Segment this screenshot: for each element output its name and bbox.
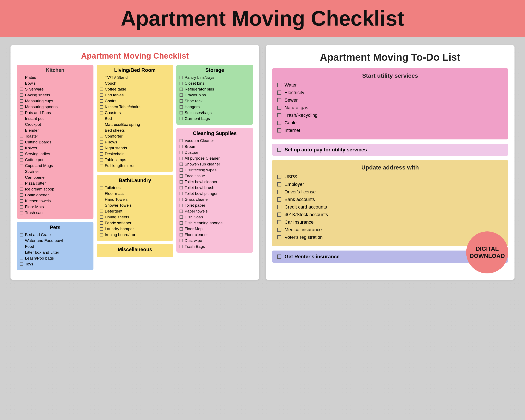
checkbox[interactable] — [179, 204, 183, 207]
checkbox[interactable] — [179, 76, 183, 79]
checkbox[interactable] — [100, 146, 103, 150]
checkbox[interactable] — [100, 210, 103, 213]
checkbox[interactable] — [20, 140, 23, 144]
checkbox[interactable] — [20, 193, 23, 197]
checkbox[interactable] — [277, 220, 281, 224]
checkbox[interactable] — [100, 123, 103, 126]
checkbox[interactable] — [179, 157, 183, 160]
checkbox[interactable] — [100, 93, 103, 97]
checkbox[interactable] — [100, 215, 103, 219]
checkbox[interactable] — [20, 93, 23, 97]
checkbox[interactable] — [20, 105, 23, 109]
checkbox[interactable] — [100, 129, 103, 132]
checkbox[interactable] — [277, 128, 281, 132]
checkbox[interactable] — [277, 205, 281, 209]
renters-checkbox[interactable] — [277, 254, 281, 259]
checkbox[interactable] — [179, 239, 183, 242]
checkbox[interactable] — [100, 204, 103, 207]
checkbox[interactable] — [20, 199, 23, 203]
checkbox[interactable] — [179, 210, 183, 213]
checkbox[interactable] — [100, 227, 103, 231]
checkbox[interactable] — [100, 164, 103, 167]
checkbox[interactable] — [277, 197, 281, 202]
checkbox[interactable] — [277, 113, 281, 117]
checkbox[interactable] — [277, 175, 281, 179]
checkbox[interactable] — [100, 233, 103, 236]
checkbox[interactable] — [20, 88, 23, 91]
checkbox[interactable] — [100, 158, 103, 161]
auto-pay-checkbox[interactable] — [277, 148, 281, 152]
checkbox[interactable] — [20, 233, 23, 236]
checkbox[interactable] — [277, 106, 281, 110]
checkbox[interactable] — [20, 257, 23, 260]
checkbox[interactable] — [277, 213, 281, 217]
checkbox[interactable] — [20, 99, 23, 103]
checkbox[interactable] — [20, 251, 23, 254]
checkbox[interactable] — [100, 76, 103, 79]
checkbox[interactable] — [20, 205, 23, 208]
checkbox[interactable] — [100, 117, 103, 120]
checkbox[interactable] — [20, 164, 23, 167]
checkbox[interactable] — [179, 163, 183, 166]
checkbox[interactable] — [20, 211, 23, 215]
checkbox[interactable] — [179, 215, 183, 219]
checkbox[interactable] — [20, 239, 23, 242]
checkbox[interactable] — [179, 93, 183, 97]
checkbox[interactable] — [179, 221, 183, 225]
checkbox[interactable] — [277, 182, 281, 187]
checkbox[interactable] — [179, 151, 183, 154]
checkbox[interactable] — [277, 235, 281, 239]
checkbox[interactable] — [100, 186, 103, 189]
checkbox[interactable] — [20, 135, 23, 138]
checkbox[interactable] — [179, 88, 183, 91]
checkbox[interactable] — [20, 187, 23, 191]
checkbox[interactable] — [179, 139, 183, 142]
checkbox[interactable] — [179, 198, 183, 201]
checkbox[interactable] — [100, 192, 103, 195]
checkbox[interactable] — [20, 117, 23, 120]
checkbox[interactable] — [179, 111, 183, 114]
checkbox[interactable] — [20, 123, 23, 126]
checkbox[interactable] — [179, 227, 183, 231]
checkbox[interactable] — [100, 135, 103, 138]
checkbox[interactable] — [20, 245, 23, 248]
checkbox[interactable] — [20, 76, 23, 79]
checkbox[interactable] — [100, 82, 103, 85]
checkbox[interactable] — [20, 146, 23, 150]
checkbox[interactable] — [100, 105, 103, 109]
checkbox[interactable] — [20, 182, 23, 185]
checkbox[interactable] — [100, 221, 103, 225]
checkbox[interactable] — [20, 111, 23, 114]
checkbox[interactable] — [100, 111, 103, 114]
checkbox[interactable] — [20, 152, 23, 156]
checkbox[interactable] — [179, 145, 183, 148]
checkbox[interactable] — [277, 83, 281, 87]
checkbox[interactable] — [179, 245, 183, 248]
checkbox[interactable] — [100, 140, 103, 144]
checkbox[interactable] — [179, 174, 183, 178]
checkbox[interactable] — [179, 233, 183, 236]
checkbox[interactable] — [277, 98, 281, 102]
checkbox[interactable] — [179, 186, 183, 189]
checkbox[interactable] — [20, 176, 23, 179]
checkbox[interactable] — [277, 121, 281, 125]
checkbox[interactable] — [179, 99, 183, 103]
checkbox[interactable] — [20, 262, 23, 266]
checkbox[interactable] — [179, 192, 183, 195]
checkbox[interactable] — [179, 117, 183, 120]
checkbox[interactable] — [100, 198, 103, 201]
checkbox[interactable] — [277, 91, 281, 95]
checkbox[interactable] — [179, 105, 183, 109]
checkbox[interactable] — [20, 82, 23, 85]
checkbox[interactable] — [20, 158, 23, 161]
checkbox[interactable] — [179, 168, 183, 172]
checkbox[interactable] — [100, 152, 103, 156]
checkbox[interactable] — [179, 82, 183, 85]
checkbox[interactable] — [277, 190, 281, 194]
checkbox[interactable] — [100, 88, 103, 91]
checkbox[interactable] — [100, 99, 103, 103]
checkbox[interactable] — [277, 228, 281, 232]
checkbox[interactable] — [20, 170, 23, 173]
checkbox[interactable] — [20, 129, 23, 132]
checkbox[interactable] — [179, 180, 183, 184]
